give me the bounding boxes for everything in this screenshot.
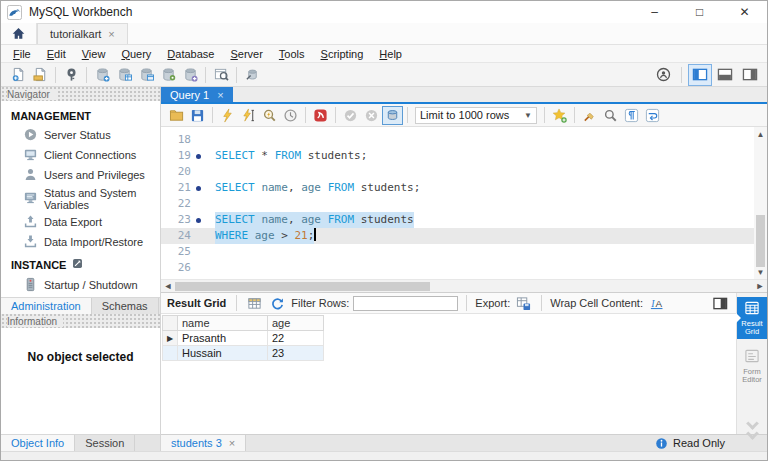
maximize-button[interactable]: □ <box>677 1 722 23</box>
sql-editor[interactable]: 1819SELECT * FROM students;2021SELECT na… <box>161 127 767 292</box>
tab-session[interactable]: Session <box>75 435 135 451</box>
invisibles-icon[interactable] <box>621 106 642 125</box>
editor-horizontal-scrollbar[interactable]: ◄ ► <box>161 279 767 292</box>
tab-schemas[interactable]: Schemas <box>92 298 159 314</box>
table-cell[interactable]: Hussain <box>178 346 268 361</box>
editor-vertical-scrollbar[interactable]: ▲ ▼ <box>754 127 767 279</box>
statement-marker-slot <box>191 148 205 164</box>
column-header-name[interactable]: name <box>178 316 268 331</box>
panel-right-icon[interactable] <box>739 65 761 85</box>
rollback-icon[interactable] <box>361 106 382 125</box>
table-row[interactable]: Hussain23 <box>163 346 324 361</box>
code-line-21[interactable]: 21SELECT name, age FROM students; <box>161 180 754 196</box>
minimize-button[interactable]: – <box>632 1 677 23</box>
filter-rows-input[interactable] <box>353 296 458 311</box>
create-view-icon[interactable] <box>135 65 157 85</box>
wrap-cell-content-icon[interactable]: IA <box>647 295 666 312</box>
tab-students-3[interactable]: students 3 × <box>161 435 246 451</box>
code-line-22[interactable]: 22 <box>161 196 754 212</box>
tab-administration[interactable]: Administration <box>1 298 92 314</box>
create-function-icon[interactable] <box>179 65 201 85</box>
row-marker[interactable] <box>163 346 178 361</box>
panel-bottom-icon[interactable] <box>714 65 736 85</box>
panel-toggle-icon[interactable] <box>711 295 730 312</box>
scroll-down-icon[interactable]: ▼ <box>757 265 765 279</box>
vertical-scroll-thumb[interactable] <box>756 215 765 267</box>
code-line-24[interactable]: 24WHERE age > 21; <box>161 228 754 244</box>
tab-close-icon[interactable]: × <box>108 28 114 40</box>
home-tab[interactable] <box>1 23 37 44</box>
open-script-icon[interactable] <box>166 106 187 125</box>
save-script-icon[interactable] <box>187 106 208 125</box>
reconnect-db-icon[interactable] <box>241 65 263 85</box>
execute-current-icon[interactable] <box>238 106 259 125</box>
menu-view[interactable]: View <box>74 48 114 60</box>
menu-server[interactable]: Server <box>222 48 270 60</box>
menu-query[interactable]: Query <box>113 48 159 60</box>
menu-scripting[interactable]: Scripting <box>313 48 372 60</box>
grid-view-icon[interactable] <box>245 295 264 312</box>
open-sql-doc-icon[interactable] <box>29 65 51 85</box>
save-snippet-icon[interactable] <box>549 106 570 125</box>
row-marker[interactable]: ▶ <box>163 331 178 346</box>
scroll-right-icon[interactable]: ► <box>753 281 767 291</box>
refresh-icon[interactable] <box>268 295 287 312</box>
sidebar-item-data-import-restore[interactable]: Data Import/Restore <box>1 232 160 252</box>
find-icon[interactable] <box>600 106 621 125</box>
commit-icon[interactable] <box>340 106 361 125</box>
sidebar-item-users-and-privileges[interactable]: Users and Privileges <box>1 165 160 185</box>
students-tab-close-icon[interactable]: × <box>229 437 235 449</box>
close-button[interactable]: ✕ <box>722 1 767 23</box>
create-procedure-icon[interactable] <box>157 65 179 85</box>
beautify-icon[interactable] <box>579 106 600 125</box>
code-line-18[interactable]: 18 <box>161 132 754 148</box>
stop-icon[interactable] <box>280 106 301 125</box>
form-editor-button[interactable]: FormEditor <box>737 345 767 387</box>
tools-icon <box>71 257 84 272</box>
create-table-icon[interactable] <box>113 65 135 85</box>
sidebar-item-data-export[interactable]: Data Export <box>1 212 160 232</box>
column-header-age[interactable]: age <box>268 316 324 331</box>
menu-help[interactable]: Help <box>371 48 410 60</box>
panel-left-icon[interactable] <box>689 65 711 85</box>
table-cell[interactable]: 22 <box>268 331 324 346</box>
code-line-25[interactable]: 25 <box>161 244 754 260</box>
search-objects-icon[interactable] <box>210 65 232 85</box>
menu-tools[interactable]: Tools <box>271 48 313 60</box>
scroll-left-icon[interactable]: ◄ <box>161 281 175 291</box>
kill-query-icon[interactable] <box>310 106 331 125</box>
new-sql-doc-icon[interactable] <box>7 65 29 85</box>
menu-database[interactable]: Database <box>159 48 222 60</box>
table-cell[interactable]: 23 <box>268 346 324 361</box>
query-tab-close-icon[interactable]: × <box>217 89 223 101</box>
tab-query-1[interactable]: Query 1 × <box>161 87 233 102</box>
sidebar-item-client-connections[interactable]: Client Connections <box>1 145 160 165</box>
user-circle-icon[interactable] <box>652 65 674 85</box>
tab-object-info[interactable]: Object Info <box>1 435 75 451</box>
sidebar-item-status-and-system-variables[interactable]: Status and System Variables <box>1 185 160 212</box>
toggle-autocommit-icon[interactable] <box>382 106 403 125</box>
limit-rows-select[interactable]: Limit to 1000 rows▼ <box>415 107 537 124</box>
table-cell[interactable]: Prasanth <box>178 331 268 346</box>
code-line-20[interactable]: 20 <box>161 164 754 180</box>
wrap-text-icon[interactable] <box>642 106 663 125</box>
horizontal-scroll-thumb[interactable] <box>175 282 430 291</box>
table-row[interactable]: ▶Prasanth22 <box>163 331 324 346</box>
explain-icon[interactable] <box>259 106 280 125</box>
export-icon[interactable] <box>514 295 533 312</box>
menu-edit[interactable]: Edit <box>39 48 74 60</box>
code-line-19[interactable]: 19SELECT * FROM students; <box>161 148 754 164</box>
sql-code-area[interactable]: 1819SELECT * FROM students;2021SELECT na… <box>161 127 754 279</box>
sidebar-item-startup-shutdown[interactable]: Startup / Shutdown <box>1 275 160 295</box>
code-line-26[interactable]: 26 <box>161 260 754 276</box>
execute-icon[interactable] <box>217 106 238 125</box>
collapse-chevrons-icon[interactable] <box>748 419 757 438</box>
scroll-up-icon[interactable]: ▲ <box>757 127 765 141</box>
tab-tutorialkart[interactable]: tutorialkart × <box>37 23 128 44</box>
result-grid-button[interactable]: ResultGrid <box>737 297 767 339</box>
code-line-23[interactable]: 23SELECT name, age FROM students <box>161 212 754 228</box>
inspector-icon[interactable] <box>60 65 82 85</box>
menu-file[interactable]: File <box>5 48 39 60</box>
sidebar-item-server-status[interactable]: Server Status <box>1 125 160 145</box>
create-schema-icon[interactable] <box>91 65 113 85</box>
